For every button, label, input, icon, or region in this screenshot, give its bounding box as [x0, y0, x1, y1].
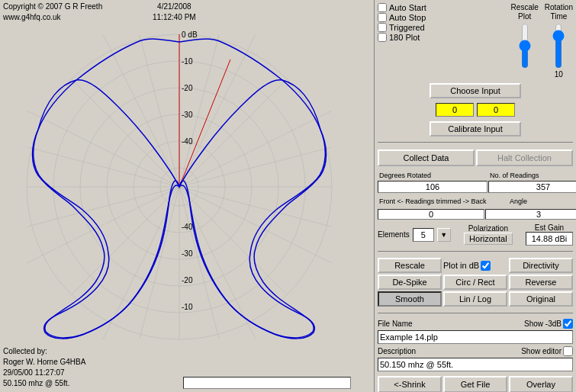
smooth-button[interactable]: Smooth [378, 291, 442, 307]
auto-stop-label: Auto Stop [389, 13, 426, 22]
description-input[interactable] [378, 358, 573, 371]
angle-label: Angle [508, 197, 573, 206]
rotation-slider-container: RotationTime 10 [545, 3, 573, 79]
plot-db-row: Plot in dB [443, 258, 507, 273]
svg-text:0 dB: 0 dB [182, 31, 198, 39]
svg-text:-10: -10 [182, 303, 193, 311]
triggered-checkbox[interactable] [378, 23, 387, 32]
auto-start-label: Auto Start [389, 3, 426, 12]
action-row: Collect Data Halt Collection [378, 149, 573, 166]
deg-rotated-label: Degrees Rotated [378, 171, 488, 180]
show-editor-checkbox[interactable] [563, 346, 573, 356]
get-file-button[interactable]: Get File [443, 376, 507, 392]
deg-rotated-value[interactable] [378, 181, 488, 193]
plot180-label: 180 Plot [389, 33, 420, 42]
num-readings-label: No. of Readings [488, 171, 576, 180]
file-name-input[interactable] [378, 330, 573, 344]
circ-rect-button[interactable]: Circ / Rect [443, 275, 507, 290]
svg-text:-30: -30 [182, 111, 193, 119]
elements-value[interactable] [413, 228, 434, 242]
elements-dropdown-button[interactable]: ▼ [437, 228, 451, 242]
despike-button[interactable]: De-Spike [378, 275, 442, 290]
rescale-label: RescalePlot [511, 3, 539, 21]
show3db-label: Show -3dB [524, 320, 562, 328]
num-readings-value[interactable] [488, 181, 576, 193]
shrink-button[interactable]: <-Shrink [378, 376, 442, 392]
svg-text:-30: -30 [182, 249, 193, 258]
right-panel: Auto Start Auto Stop Triggered 180 Plot … [374, 0, 576, 392]
svg-text:-40: -40 [182, 137, 193, 146]
svg-text:-20: -20 [182, 276, 193, 284]
show-editor-label: Show editor [521, 347, 562, 355]
estgain-value[interactable] [526, 232, 573, 246]
left-panel: Copyright © 2007 G R Freeth www.g4hfq.co… [0, 0, 374, 392]
front-value[interactable] [378, 209, 484, 220]
original-button[interactable]: Original [509, 291, 573, 307]
svg-text:-10: -10 [182, 57, 193, 66]
overlay-button[interactable]: Overlay [509, 376, 573, 392]
rescale-slider[interactable] [518, 23, 532, 69]
collect-data-button[interactable]: Collect Data [378, 149, 475, 166]
plot180-checkbox[interactable] [378, 33, 387, 42]
directivity-button[interactable]: Directivity [509, 258, 573, 273]
plot-db-checkbox[interactable] [481, 261, 491, 271]
show3db-checkbox[interactable] [563, 319, 573, 329]
rotation-slider[interactable] [552, 23, 565, 69]
estgain-label: Est Gain [535, 223, 564, 232]
choose-input-button[interactable]: Choose Input [430, 83, 521, 98]
back-value[interactable] [485, 209, 576, 220]
polar-chart: 0 dB -10 -20 -30 -40 -40 -30 -20 -10 [0, 23, 372, 358]
copyright-text: Copyright © 2007 G R Freeth www.g4hfq.co… [3, 2, 102, 23]
calibrate-button[interactable]: Calibrate Input [430, 121, 521, 137]
slider-value: 10 [555, 70, 563, 79]
button-grid: Rescale Plot in dB Directivity De-Spike … [378, 258, 573, 307]
file-name-label: File Name [378, 320, 413, 328]
polarization-label: Polarization [468, 224, 508, 233]
svg-text:-40: -40 [182, 223, 193, 231]
halt-collection-button[interactable]: Halt Collection [476, 149, 573, 166]
rotation-label: RotationTime [545, 3, 573, 21]
plot-db-label: Plot in dB [443, 261, 479, 270]
collected-info: Collected by: Roger W. Horne G4HBA 29/05… [3, 346, 85, 389]
auto-stop-checkbox[interactable] [378, 13, 387, 22]
front-back-label: Front <- Readings trimmed -> Back [378, 197, 507, 206]
input-field-2[interactable] [477, 103, 515, 117]
slider-group: RescalePlot RotationTime 10 [511, 3, 573, 79]
lin-log-button[interactable]: Lin / Log [443, 291, 507, 307]
triggered-label: Triggered [389, 23, 425, 32]
file-section: File Name Show -3dB Description Show edi… [378, 319, 573, 371]
bottom-buttons-row1: <-Shrink Get File Overlay [378, 376, 573, 392]
rescale-slider-container: RescalePlot [511, 3, 539, 79]
polarization-value[interactable]: Horizontal [464, 233, 513, 245]
auto-start-checkbox[interactable] [378, 3, 387, 12]
scrollbar[interactable] [183, 377, 351, 389]
rescale-button[interactable]: Rescale [378, 258, 442, 273]
description-label: Description [378, 347, 416, 355]
reverse-button[interactable]: Reverse [509, 275, 573, 290]
checkbox-group: Auto Start Auto Stop Triggered 180 Plot [378, 3, 426, 42]
elements-label: Elements [378, 230, 410, 239]
input-field-1[interactable] [436, 103, 474, 117]
datetime-display: 4/21/2008 11:12:40 PM [153, 2, 196, 23]
svg-text:-20: -20 [182, 84, 193, 92]
